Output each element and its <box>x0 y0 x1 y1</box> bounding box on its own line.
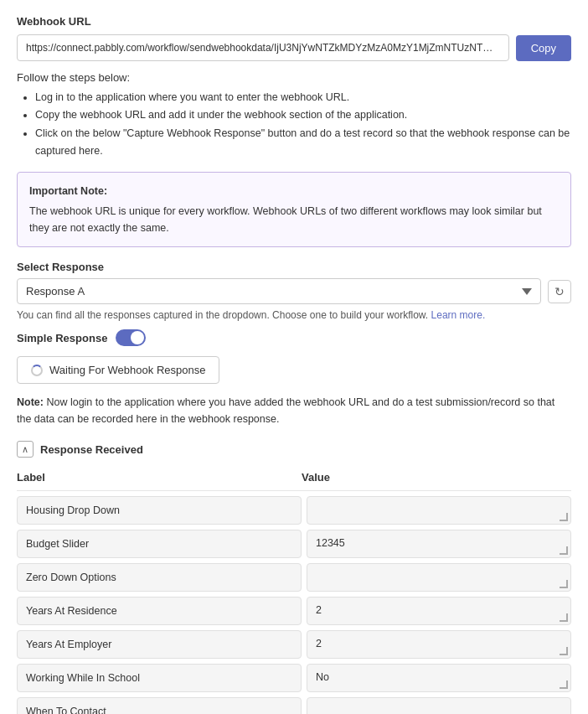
webhook-url-title: Webhook URL <box>17 15 571 28</box>
label-cell-0: Housing Drop Down <box>17 496 302 525</box>
copy-button[interactable]: Copy <box>516 35 571 61</box>
label-cell-5: Working While In School <box>17 664 302 692</box>
learn-more-link[interactable]: Learn more. <box>431 309 486 321</box>
value-cell-2[interactable] <box>307 563 571 592</box>
important-note-title: Important Note: <box>29 183 559 199</box>
step-1: Log in to the application where you want… <box>35 89 571 106</box>
refresh-button[interactable]: ↻ <box>548 280 571 303</box>
refresh-icon: ↻ <box>554 285 565 298</box>
table-row: Housing Drop Down <box>17 496 571 525</box>
table-row: When To Contact <box>17 697 571 714</box>
important-note-box: Important Note: The webhook URL is uniqu… <box>17 172 571 247</box>
steps-list: Log in to the application where you want… <box>17 89 571 160</box>
table-row: Years At Employer2 <box>17 630 571 659</box>
col-label-header: Label <box>17 471 302 484</box>
label-cell-1: Budget Slider <box>17 530 302 558</box>
value-cell-1[interactable]: 12345 <box>307 530 571 558</box>
value-cell-3[interactable]: 2 <box>307 597 571 625</box>
table-row: Years At Residence2 <box>17 597 571 625</box>
response-received-title: Response Received <box>40 443 143 456</box>
step-2: Copy the webhook URL and add it under th… <box>35 106 571 124</box>
value-cell-0[interactable] <box>307 496 571 525</box>
response-table: Housing Drop DownBudget Slider12345Zero … <box>17 496 571 714</box>
important-note-text: The webhook URL is unique for every work… <box>29 203 559 236</box>
table-row: Budget Slider12345 <box>17 530 571 558</box>
label-cell-3: Years At Residence <box>17 597 302 625</box>
label-cell-4: Years At Employer <box>17 630 302 659</box>
note-bold: Note: <box>17 396 44 408</box>
main-container: Webhook URL Copy Follow the steps below:… <box>0 0 588 714</box>
webhook-url-row: Copy <box>17 34 571 61</box>
label-cell-2: Zero Down Options <box>17 563 302 592</box>
waiting-btn-label: Waiting For Webhook Response <box>49 364 205 376</box>
note-bottom: Note: Now login to the application where… <box>17 394 571 427</box>
webhook-url-input[interactable] <box>17 34 509 61</box>
response-select[interactable]: Response A Response B Response C <box>17 278 541 304</box>
col-value-header: Value <box>302 471 571 484</box>
step-3: Click on the below "Capture Webhook Resp… <box>35 125 571 161</box>
value-cell-4[interactable]: 2 <box>307 630 571 659</box>
note-text: Now login to the application where you h… <box>17 396 554 425</box>
collapse-button[interactable]: ∧ <box>17 441 34 458</box>
steps-intro: Follow the steps below: <box>17 71 571 84</box>
value-cell-5[interactable]: No <box>307 664 571 692</box>
select-response-row: Response A Response B Response C ↻ <box>17 278 571 304</box>
value-cell-6[interactable] <box>307 697 571 714</box>
table-header: Label Value <box>17 468 571 491</box>
simple-response-row: Simple Response <box>17 329 571 346</box>
simple-response-label: Simple Response <box>17 332 107 344</box>
select-response-label: Select Response <box>17 261 571 273</box>
loading-spinner <box>31 365 43 376</box>
simple-response-toggle[interactable] <box>116 329 146 346</box>
table-row: Zero Down Options <box>17 563 571 592</box>
select-response-hint: You can find all the responses captured … <box>17 309 571 321</box>
table-row: Working While In SchoolNo <box>17 664 571 692</box>
collapse-icon-symbol: ∧ <box>22 444 28 455</box>
label-cell-6: When To Contact <box>17 697 302 714</box>
response-received-header: ∧ Response Received <box>17 441 571 458</box>
select-response-section: Select Response Response A Response B Re… <box>17 261 571 321</box>
waiting-webhook-button[interactable]: Waiting For Webhook Response <box>17 356 219 384</box>
